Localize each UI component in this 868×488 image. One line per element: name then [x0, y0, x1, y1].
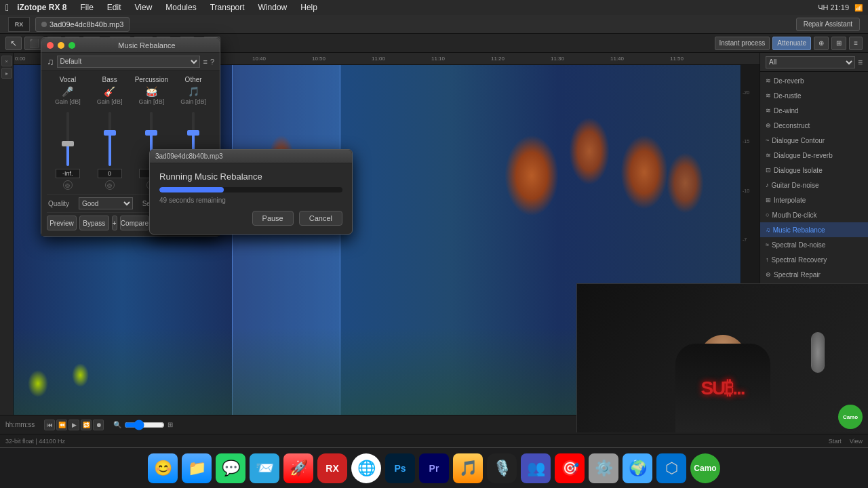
- dock-itunes[interactable]: 🎵: [453, 453, 483, 483]
- mr-preset-select[interactable]: Default: [57, 56, 201, 68]
- mr-preview-btn[interactable]: Preview: [47, 216, 77, 230]
- percussion-icon: 🥁: [146, 86, 157, 97]
- pd-buttons: Pause Cancel: [159, 211, 342, 226]
- titlebar: RX 3ad09e4dc8b40b.mp3 Repair Assistant: [0, 15, 868, 34]
- plugin-spectral-repair[interactable]: ⊛ Spectral Repair: [760, 267, 868, 282]
- plugin-icon-guitar-de-noise: ♪: [766, 182, 769, 188]
- dock-camo[interactable]: Camo: [690, 453, 720, 483]
- attenuate-btn[interactable]: Attenuate: [772, 37, 811, 50]
- menubar:  iZotope RX 8 File Edit View Modules Tr…: [0, 0, 868, 15]
- mr-bypass-btn[interactable]: Bypass: [79, 216, 109, 230]
- file-tab[interactable]: 3ad09e4dc8b40b.mp3: [35, 17, 130, 32]
- dock-premiere[interactable]: Pr: [419, 453, 449, 483]
- dock-files[interactable]: 📁: [182, 453, 212, 483]
- plugin-spectral-de-noise[interactable]: ≈ Spectral De-noise: [760, 237, 868, 252]
- panel-menu-icon[interactable]: ≡: [858, 58, 863, 67]
- menu-window[interactable]: Window: [256, 3, 290, 12]
- mr-maximize-btn[interactable]: [68, 42, 75, 49]
- dock-chrome[interactable]: 🌐: [351, 453, 381, 483]
- record-btn[interactable]: ⏺: [93, 420, 104, 430]
- plugin-de-wind[interactable]: ≋ De-wind: [760, 103, 868, 118]
- instant-process-btn[interactable]: Instant process: [715, 37, 770, 50]
- zoom-icon: 🔍: [113, 421, 121, 428]
- dock-teams[interactable]: 👥: [521, 453, 551, 483]
- other-fader-thumb[interactable]: [187, 130, 199, 136]
- toolbar-extra-1[interactable]: ⊕: [814, 37, 829, 50]
- vocal-power-btn[interactable]: ◎: [63, 180, 73, 190]
- menu-help[interactable]: Help: [298, 3, 320, 12]
- transport-hms: hh:mm:ss: [5, 421, 35, 428]
- plugin-interpolate[interactable]: ⊞ Interpolate: [760, 192, 868, 207]
- plugin-deconstruct[interactable]: ⊕ Deconstruct: [760, 118, 868, 133]
- mr-close-btn[interactable]: [47, 42, 54, 49]
- dock-target[interactable]: 🎯: [555, 453, 585, 483]
- vu-label-minus7: -7: [743, 237, 758, 242]
- status-bar: 32-bit float | 44100 Hz Start View: [0, 434, 868, 447]
- dock-virtualbox[interactable]: ⬡: [656, 453, 686, 483]
- menu-view[interactable]: View: [132, 3, 155, 12]
- mr-title: Music Rebalance: [79, 41, 214, 49]
- toolbar-extra-2[interactable]: ⊞: [831, 37, 846, 50]
- play-btn[interactable]: ▶: [68, 420, 79, 430]
- plugin-music-rebalance[interactable]: ♫ Music Rebalance: [760, 222, 868, 237]
- menu-modules[interactable]: Modules: [163, 3, 199, 12]
- plugin-mouth-de-click[interactable]: ○ Mouth De-click: [760, 207, 868, 222]
- vocal-fader-thumb[interactable]: [62, 141, 74, 146]
- plugin-de-reverb[interactable]: ≋ De-reverb: [760, 73, 868, 88]
- loop-btn[interactable]: 🔁: [81, 420, 92, 430]
- dock-logic[interactable]: 🎙️: [487, 453, 517, 483]
- panel-header: All ≡: [760, 53, 868, 72]
- dock-izotope[interactable]: RX: [317, 453, 347, 483]
- dock-world[interactable]: 🌍: [623, 453, 652, 483]
- plugin-icon-interpolate: ⊞: [766, 197, 771, 203]
- plugin-dialogue-isolate[interactable]: ⊡ Dialogue Isolate: [760, 163, 868, 178]
- vocal-fader-fill: [66, 144, 69, 166]
- dock-crossover[interactable]: ⚙️: [589, 453, 618, 483]
- vocal-gain-label: Gain [dB]: [55, 98, 81, 105]
- prev-btn[interactable]: ⏮: [44, 420, 55, 430]
- dock-photoshop[interactable]: Ps: [385, 453, 415, 483]
- mr-menu-icon[interactable]: ≡: [203, 58, 207, 66]
- dock-launchpad[interactable]: 🚀: [283, 453, 313, 483]
- bass-power-btn[interactable]: ◎: [105, 180, 115, 190]
- rewind-btn[interactable]: ⏪: [56, 420, 67, 430]
- webcam-overlay: SU₿... Camo: [576, 283, 868, 432]
- pd-cancel-btn[interactable]: Cancel: [299, 211, 342, 226]
- ruler-tick-10: 11:40: [610, 56, 624, 62]
- zoom-slider[interactable]: [124, 422, 165, 428]
- mr-help-icon[interactable]: ?: [210, 58, 214, 66]
- dock-telegram[interactable]: 📨: [250, 453, 279, 483]
- menu-edit[interactable]: Edit: [104, 3, 124, 12]
- repair-assistant-button[interactable]: Repair Assistant: [796, 18, 860, 31]
- pd-pause-btn[interactable]: Pause: [252, 211, 294, 226]
- pd-filename: 3ad09e4dc8b40b.mp3: [155, 152, 223, 160]
- plugin-spectral-recovery[interactable]: ↑ Spectral Recovery: [760, 252, 868, 267]
- plugin-dialogue-de-reverb[interactable]: ≋ Dialogue De-reverb: [760, 148, 868, 163]
- toolbar-extra-3[interactable]: ≡: [849, 37, 863, 50]
- left-strip-btn-1[interactable]: ×: [1, 56, 12, 66]
- bass-fader-thumb[interactable]: [104, 130, 116, 136]
- mr-compare-btn[interactable]: Compare: [120, 216, 150, 230]
- plugin-dialogue-contour[interactable]: ~ Dialogue Contour: [760, 133, 868, 148]
- vu-label-minus10: -10: [743, 188, 758, 193]
- plugin-guitar-de-noise[interactable]: ♪ Guitar De-noise: [760, 178, 868, 192]
- menu-transport[interactable]: Transport: [208, 3, 248, 12]
- mr-minimize-btn[interactable]: [58, 42, 64, 49]
- tab-close-btn[interactable]: [41, 22, 47, 27]
- progress-dialog: 3ad09e4dc8b40b.mp3 Running Music Rebalan…: [149, 149, 353, 235]
- left-strip-btn-2[interactable]: ▸: [1, 68, 12, 79]
- plugin-de-rustle[interactable]: ≋ De-rustle: [760, 88, 868, 103]
- zoom-controls: 🔍 ⊞: [113, 421, 173, 428]
- category-filter[interactable]: All: [766, 56, 855, 68]
- menu-file[interactable]: File: [77, 3, 96, 12]
- mr-bypass-plus-btn[interactable]: +: [112, 216, 117, 230]
- cursor-tool[interactable]: ↖: [5, 37, 22, 50]
- plugin-icon-dialogue-contour: ~: [766, 137, 769, 144]
- dock-finder[interactable]: 😊: [148, 453, 178, 483]
- plugin-icon-spectral-repair: ⊛: [766, 271, 771, 278]
- percussion-fader-thumb[interactable]: [145, 130, 157, 136]
- quality-select[interactable]: Good Better Best: [79, 197, 133, 209]
- other-gain-label: Gain [dB]: [180, 98, 206, 105]
- dock-whatsapp[interactable]: 💬: [216, 453, 245, 483]
- vocal-channel: Vocal 🎤 Gain [dB] -Inf. ◎: [49, 76, 86, 190]
